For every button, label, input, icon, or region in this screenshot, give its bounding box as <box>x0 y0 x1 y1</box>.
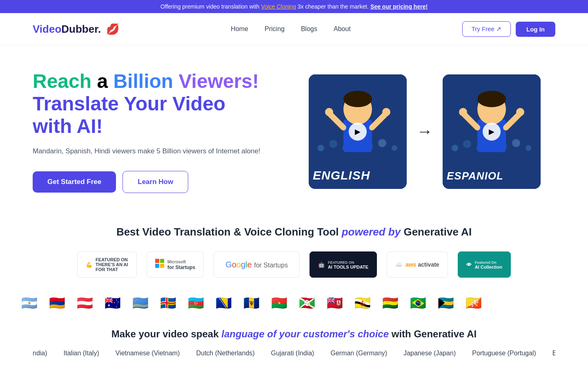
logo-video: Video <box>33 23 61 35</box>
microsoft-logo-svg <box>155 259 164 268</box>
svg-point-22 <box>526 145 531 151</box>
aws-text: aws activate <box>405 261 439 268</box>
flag-australia: 🇦🇺 <box>100 294 126 312</box>
svg-point-14 <box>382 108 390 116</box>
banner-text-middle: 3x cheaper than the market. <box>298 3 369 10</box>
flag-burkinafaso: 🇧🇫 <box>266 294 292 312</box>
language-tag: Vietnamese (Vietnam) <box>116 350 180 357</box>
flag-brazil: 🇧🇷 <box>405 294 431 312</box>
flag-bermuda: 🇧🇲 <box>322 294 348 312</box>
svg-rect-32 <box>155 264 159 268</box>
logo-lips-icon: 💋 <box>106 23 119 35</box>
banner-voice-cloning-link[interactable]: Voice Cloning <box>261 3 296 10</box>
flag-aruba: 🇦🇼 <box>127 294 154 312</box>
language-title-suffix: with Generative AI <box>392 328 477 339</box>
logo-aws: ☁️ aws activate <box>387 251 448 278</box>
svg-point-7 <box>392 145 397 151</box>
hero-visual: ▶ ENGLISH → <box>294 74 555 189</box>
aws-icon: ☁️ <box>395 261 402 268</box>
banner-text-prefix: Offering premium video translation with <box>160 3 260 10</box>
theresanai-icon: 💪 <box>86 262 92 268</box>
hero-subtext: Mandarin, Spanish, Hindi viewers make 5 … <box>33 146 270 157</box>
flag-burundi: 🇧🇮 <box>294 294 320 312</box>
try-free-button[interactable]: Try Free ↗ <box>462 21 511 37</box>
video-silhouette-spanish: ▶ ESPANIOL <box>443 74 541 189</box>
hero-heading: Reach a Billion Viewers! Translate Your … <box>33 70 270 138</box>
nav-pricing[interactable]: Pricing <box>265 25 285 32</box>
logo-dubber: Dubber <box>61 23 98 35</box>
flag-brunei: 🇧🇳 <box>350 294 376 312</box>
flag-argentina: 🇦🇷 <box>16 294 42 312</box>
learn-how-button[interactable]: Learn How <box>122 171 188 193</box>
hero-buttons: Get Started Free Learn How <box>33 171 270 193</box>
language-tag: Gujarati (India) <box>271 350 314 357</box>
nav-about[interactable]: About <box>334 25 351 32</box>
heading-billion: Billion <box>113 70 173 92</box>
heading-a: a <box>91 70 113 92</box>
svg-point-28 <box>459 108 467 116</box>
nav-blogs[interactable]: Blogs <box>301 25 317 32</box>
heading-reach: Reach <box>33 70 91 92</box>
video-card-english: ▶ ENGLISH <box>309 74 407 189</box>
get-started-button[interactable]: Get Started Free <box>33 171 116 193</box>
logo-theresanai: 💪 FEATURED ONTHERE'S AN AI FOR THAT <box>77 251 137 278</box>
language-title-prefix: Make your video speak <box>111 328 221 339</box>
svg-rect-33 <box>160 264 164 268</box>
logo-google: Google for Startups <box>214 251 300 278</box>
video-silhouette-english: ▶ ENGLISH <box>309 74 407 189</box>
powered-by-text: powered by <box>342 226 401 238</box>
flag-bhutan: 🇧🇹 <box>461 294 487 312</box>
language-tag: Japanese (Japan) <box>403 350 456 357</box>
microsoft-icon <box>155 259 164 270</box>
featured-title-suffix: Generative AI <box>403 226 472 238</box>
play-button-spanish[interactable]: ▶ <box>483 123 501 141</box>
heading-exclaim: ! <box>252 70 259 92</box>
video-label-english: ENGLISH <box>313 168 403 182</box>
flag-bolivia: 🇧🇴 <box>377 294 403 312</box>
svg-rect-31 <box>160 259 164 263</box>
heading-line2: Translate Your Video with AI! <box>33 93 225 137</box>
flag-barbados: 🇧🇧 <box>238 294 265 312</box>
featured-section: Best Video Translation & Voice Cloning T… <box>0 209 588 286</box>
flag-armenia: 🇦🇲 <box>44 294 70 312</box>
navbar: VideoDubber. 💋 Home Pricing Blogs About … <box>0 13 588 45</box>
aitoolsupdate-text: FEATURED ONAI TOOLS UPDATE <box>328 260 368 269</box>
flag-bosnia: 🇧🇦 <box>211 294 237 312</box>
logo-aicollection: 👁 Featured OnAI Collection <box>458 251 511 278</box>
aicollection-icon: 👁 <box>466 262 472 268</box>
svg-point-21 <box>512 139 520 147</box>
login-button[interactable]: Log In <box>516 22 555 37</box>
featured-logos: 💪 FEATURED ONTHERE'S AN AI FOR THAT Micr… <box>33 251 555 278</box>
languages-scroll: ndia) Italian (Italy) Vietnamese (Vietna… <box>33 350 555 357</box>
flag-bahamas: 🇧🇸 <box>433 294 459 312</box>
video-card-spanish: ▶ ESPANIOL <box>443 74 541 189</box>
svg-rect-30 <box>155 259 159 263</box>
flag-austria: 🇦🇹 <box>72 294 98 312</box>
language-tag: Italian (Italy) <box>64 350 99 357</box>
featured-title-prefix: Best Video Translation & Voice Cloning T… <box>116 226 342 238</box>
logo-microsoft: Microsoftfor Startups <box>147 251 204 278</box>
logo-dot: . <box>98 23 101 35</box>
heading-viewers: Viewers <box>173 70 252 92</box>
microsoft-text: Microsoftfor Startups <box>167 259 195 270</box>
language-tag: Dutch (Netherlands) <box>196 350 254 357</box>
svg-point-16 <box>452 145 458 151</box>
banner-pricing-link[interactable]: See our pricing here! <box>370 3 428 10</box>
play-button-english[interactable]: ▶ <box>349 123 367 141</box>
google-text: Google for Startups <box>225 260 288 269</box>
nav-actions: Try Free ↗ Log In <box>462 21 555 37</box>
svg-point-29 <box>516 108 524 116</box>
theresanai-text: FEATURED ONTHERE'S AN AI FOR THAT <box>96 257 128 272</box>
svg-point-2 <box>329 140 337 148</box>
svg-point-13 <box>325 108 333 116</box>
nav-links: Home Pricing Blogs About <box>231 25 350 33</box>
language-title: Make your video speak language of your c… <box>33 328 555 340</box>
logo[interactable]: VideoDubber. 💋 <box>33 23 119 36</box>
language-tag: German (Germany) <box>330 350 387 357</box>
nav-home[interactable]: Home <box>231 25 248 32</box>
language-tag: ndia) <box>33 350 47 357</box>
aicollection-text: Featured OnAI Collection <box>475 260 502 269</box>
svg-point-10 <box>343 91 372 107</box>
top-banner: Offering premium video translation with … <box>0 0 588 13</box>
svg-point-1 <box>318 145 324 151</box>
